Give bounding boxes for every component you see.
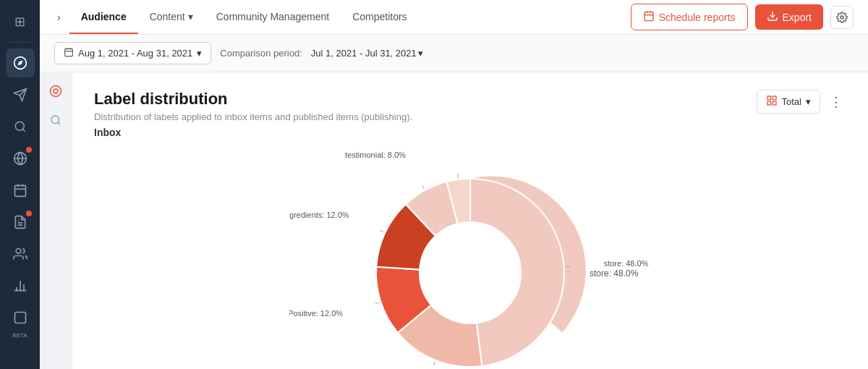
svg-line-33	[58, 122, 60, 124]
calendar-small-icon	[64, 47, 74, 59]
tab-content[interactable]: Content ▾	[138, 1, 205, 34]
svg-rect-19	[14, 313, 25, 323]
report-alert-icon[interactable]	[6, 208, 35, 237]
chart-title: Label distribution	[94, 90, 412, 109]
beta-label: BETA	[12, 332, 27, 339]
export-icon	[767, 10, 778, 24]
svg-point-4	[15, 122, 24, 130]
export-label: Export	[783, 12, 812, 23]
tab-community-management[interactable]: Community Management	[205, 1, 341, 34]
total-filter-button[interactable]: Total ▾	[757, 90, 820, 114]
chart-header: Label distribution Distribution of label…	[94, 90, 846, 122]
svg-rect-26	[65, 48, 73, 56]
donut-chart: store: 48.0%inventory: 16.0%Positive: 12…	[289, 150, 651, 369]
svg-line-40	[375, 302, 380, 304]
export-button[interactable]: Export	[755, 4, 823, 30]
donut-svg: store: 48.0%inventory: 16.0%Positive: 12…	[289, 150, 651, 369]
label-testimonial: testimonial: 8.0%	[345, 150, 406, 159]
nav-chevron[interactable]: ›	[54, 9, 64, 26]
svg-point-25	[841, 16, 843, 19]
svg-line-41	[380, 230, 383, 232]
chart-area: Label distribution Distribution of label…	[72, 72, 868, 369]
svg-rect-8	[14, 185, 25, 196]
audience-filter-icon[interactable]	[44, 80, 67, 103]
date-range-picker[interactable]: Aug 1, 2021 - Aug 31, 2021 ▾	[54, 42, 211, 64]
svg-line-43	[458, 174, 459, 178]
filter-label: Total	[782, 96, 801, 107]
chart-title-section: Label distribution Distribution of label…	[94, 90, 412, 122]
box-beta-icon[interactable]	[6, 303, 35, 332]
filter-dropdown-icon: ▾	[806, 96, 811, 107]
label-positive: Positive: 12.0%	[289, 309, 343, 318]
svg-point-31	[54, 89, 58, 93]
content-dropdown-icon: ▾	[188, 11, 193, 22]
paper-plane-icon[interactable]	[6, 80, 35, 109]
svg-line-39	[433, 362, 435, 366]
more-options-button[interactable]: ⋮	[826, 92, 846, 112]
label-store: store: 48.0%	[604, 259, 649, 268]
label-store: store: 48.0%	[590, 268, 639, 279]
users-icon[interactable]	[6, 239, 35, 268]
tab-competitors[interactable]: Competitors	[341, 1, 418, 34]
label-ingredients: ingredients: 12.0%	[289, 211, 349, 219]
chart-bar-icon[interactable]	[6, 271, 35, 300]
schedule-label: Schedule reports	[659, 12, 736, 23]
svg-rect-37	[767, 101, 771, 105]
search-icon[interactable]	[6, 112, 35, 141]
date-dropdown-icon: ▾	[197, 48, 202, 59]
sidebar: ⊞	[0, 0, 40, 369]
tab-audience[interactable]: Audience	[69, 1, 138, 34]
svg-point-30	[51, 86, 61, 97]
nav-actions: Schedule reports Export	[631, 4, 854, 30]
schedule-icon	[643, 10, 655, 24]
schedule-reports-button[interactable]: Schedule reports	[631, 4, 748, 30]
calendar-icon[interactable]	[6, 176, 35, 205]
grid-icon[interactable]: ⊞	[6, 7, 35, 36]
search-filter-icon[interactable]	[44, 109, 67, 132]
nav-tabs: Audience Content ▾ Community Management …	[69, 1, 625, 34]
svg-marker-1	[17, 60, 22, 65]
globe-alert-icon[interactable]	[6, 144, 35, 173]
comparison-period-label: Comparison period:	[220, 48, 302, 59]
svg-line-5	[22, 129, 25, 131]
svg-rect-34	[767, 96, 771, 100]
chart-controls: Total ▾ ⋮	[757, 90, 846, 114]
chart-section-label: Inbox	[94, 127, 846, 138]
svg-line-42	[422, 185, 425, 189]
svg-rect-36	[773, 101, 776, 105]
chart-subtitle: Distribution of labels applied to inbox …	[94, 111, 412, 122]
comparison-range-picker[interactable]: Jul 1, 2021 - Jul 31, 2021 ▾	[311, 48, 423, 59]
settings-button[interactable]	[830, 6, 854, 29]
left-panel	[40, 72, 72, 369]
date-range-value: Aug 1, 2021 - Aug 31, 2021	[78, 48, 192, 59]
top-navigation: › Audience Content ▾ Community Managemen…	[40, 0, 868, 35]
compass-icon[interactable]	[6, 48, 35, 77]
svg-rect-35	[773, 96, 776, 100]
svg-point-14	[16, 249, 21, 254]
svg-rect-20	[644, 12, 653, 21]
content-area: Label distribution Distribution of label…	[40, 72, 868, 369]
filter-chart-icon	[766, 95, 778, 109]
filter-bar: Aug 1, 2021 - Aug 31, 2021 ▾ Comparison …	[40, 35, 868, 72]
svg-point-32	[51, 116, 59, 124]
comparison-dropdown-icon: ▾	[418, 48, 423, 59]
main-area: › Audience Content ▾ Community Managemen…	[40, 0, 868, 369]
